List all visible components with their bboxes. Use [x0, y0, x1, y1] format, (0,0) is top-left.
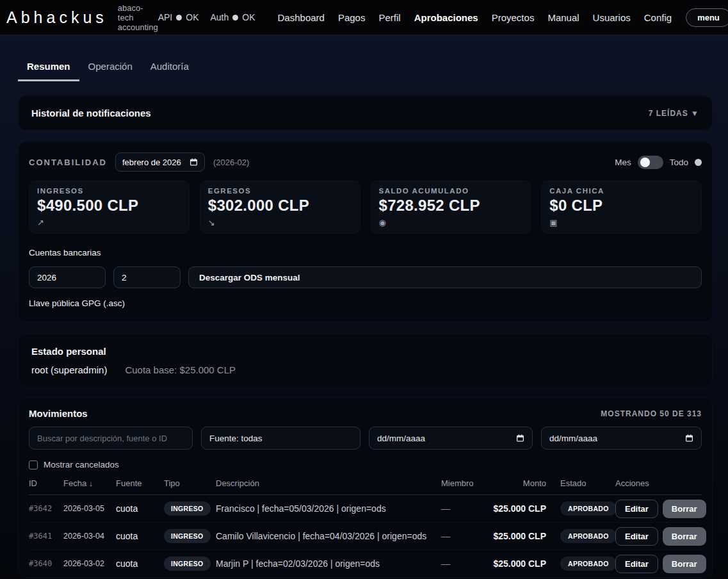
row-estado: APROBADO [546, 529, 615, 543]
tipo-badge: INGRESO [164, 502, 211, 516]
stat-value: $490.500 CLP [37, 197, 181, 215]
delete-button[interactable]: Borrar [663, 555, 706, 573]
show-cancelled-row: Mostrar cancelados [29, 460, 702, 469]
delete-button[interactable]: Borrar [663, 500, 706, 518]
row-estado: APROBADO [546, 502, 615, 516]
trend-up-icon: ↗ [37, 218, 181, 227]
auth-status-dot-icon [232, 15, 238, 20]
tab-resumen[interactable]: Resumen [18, 61, 79, 81]
accounting-toolbar: CONTABILIDAD febrero de 2026 (2026-02) M… [29, 152, 702, 172]
row-miembro: — [441, 559, 492, 569]
nav-perfil[interactable]: Perfil [378, 12, 400, 23]
stat-card-egresos: EGRESOS $302.000 CLP ↘ [200, 181, 360, 234]
estado-badge: APROBADO [560, 502, 617, 516]
table-row: #3640 2026-03-02 cuota INGRESO Marjin P … [29, 550, 702, 578]
row-fecha: 2026-03-05 [63, 504, 116, 513]
mes-todo-switch[interactable] [638, 156, 663, 169]
personal-status-row: root (superadmin) Cuota base: $25.000 CL… [31, 364, 699, 375]
app-header: Abhackus abaco-tech accounting API OK Au… [0, 0, 728, 35]
estado-badge: APROBADO [560, 557, 617, 571]
date-to-value: dd/mm/aaaa [549, 434, 597, 443]
date-to-input[interactable]: dd/mm/aaaa [541, 427, 702, 450]
movements-header: Movimientos MOSTRANDO 50 DE 313 [29, 408, 702, 419]
notifications-read-toggle[interactable]: 7 LEÍDAS ▼ [649, 109, 699, 118]
show-cancelled-checkbox[interactable] [29, 461, 38, 469]
nav-proyectos[interactable]: Proyectos [492, 12, 535, 23]
gpg-key-link[interactable]: Llave pública GPG (.asc) [29, 298, 125, 308]
stat-cards: INGRESOS $490.500 CLP ↗ EGRESOS $302.000… [29, 181, 702, 234]
todo-radio-dot[interactable] [695, 159, 702, 166]
showing-count: MOSTRANDO 50 DE 313 [601, 409, 702, 418]
calendar-icon [685, 434, 693, 443]
row-monto: $25.000 CLP [492, 503, 546, 514]
row-descripcion: Francisco | fecha=05/03/2026 | origen=od… [216, 503, 441, 514]
main-content: Resumen Operación Auditoría Historial de… [0, 61, 728, 578]
period-text: (2026-02) [213, 158, 249, 167]
personal-status-title: Estado personal [31, 346, 699, 357]
date-from-value: dd/mm/aaaa [377, 434, 425, 443]
nav-manual[interactable]: Manual [547, 12, 579, 23]
nav-usuarios[interactable]: Usuarios [593, 12, 631, 23]
tab-auditoria[interactable]: Auditoría [142, 61, 198, 81]
col-id: ID [29, 478, 63, 488]
row-actions: Editar Borrar [615, 555, 706, 573]
nav-config[interactable]: Config [644, 12, 672, 23]
api-status-label: API [158, 12, 173, 22]
app-subtitle: abaco-tech accounting [118, 3, 158, 32]
month-number-input[interactable] [113, 266, 181, 288]
row-id: #3642 [29, 504, 63, 513]
cuentas-bancarias-link[interactable]: Cuentas bancarias [29, 248, 101, 257]
year-input[interactable] [29, 266, 106, 288]
tipo-badge: INGRESO [164, 557, 211, 571]
month-picker-input[interactable]: febrero de 2026 [115, 152, 205, 172]
personal-status-panel: Estado personal root (superadmin) Cuota … [18, 334, 713, 387]
tab-bar: Resumen Operación Auditoría [18, 61, 713, 81]
toggle-mes-label: Mes [615, 158, 631, 167]
search-input[interactable] [29, 427, 193, 450]
row-id: #3640 [29, 559, 63, 568]
current-user: root (superadmin) [31, 364, 107, 375]
date-from-input[interactable]: dd/mm/aaaa [369, 427, 533, 450]
top-nav: Dashboard Pagos Perfil Aprobaciones Proy… [264, 12, 672, 23]
nav-aprobaciones[interactable]: Aprobaciones [414, 12, 478, 23]
download-ods-button[interactable]: Descargar ODS mensual [188, 266, 702, 288]
row-monto: $25.000 CLP [492, 531, 546, 541]
stat-value: $0 CLP [549, 197, 693, 215]
row-tipo: INGRESO [164, 502, 216, 516]
fuente-select[interactable]: Fuente: todas [201, 427, 360, 450]
delete-button[interactable]: Borrar [663, 527, 706, 546]
row-descripcion: Marjin P | fecha=02/03/2026 | origen=ods [216, 559, 441, 569]
row-estado: APROBADO [546, 557, 615, 571]
col-descripcion: Descripción [216, 478, 441, 488]
toggle-todo-label: Todo [670, 158, 688, 167]
movements-filters: Fuente: todas dd/mm/aaaa dd/mm/aaaa [29, 427, 702, 450]
api-status-dot-icon [176, 15, 182, 20]
estado-badge: APROBADO [560, 529, 617, 543]
edit-button[interactable]: Editar [615, 555, 658, 573]
tab-operacion[interactable]: Operación [79, 61, 142, 81]
table-row: #3641 2026-03-04 cuota INGRESO Camilo Vi… [29, 523, 702, 550]
row-actions: Editar Borrar [615, 500, 706, 518]
edit-button[interactable]: Editar [615, 527, 658, 546]
show-cancelled-label: Mostrar cancelados [44, 460, 119, 469]
menu-button[interactable]: menu [686, 8, 728, 27]
stat-card-ingresos: INGRESOS $490.500 CLP ↗ [29, 181, 190, 234]
movements-panel: Movimientos MOSTRANDO 50 DE 313 Fuente: … [18, 397, 713, 578]
calendar-icon [516, 434, 524, 443]
tipo-badge: INGRESO [164, 529, 211, 543]
notifications-title: Historial de notificaciones [31, 108, 151, 118]
stat-label: EGRESOS [208, 187, 352, 195]
notifications-panel: Historial de notificaciones 7 LEÍDAS ▼ [18, 95, 713, 131]
nav-dashboard[interactable]: Dashboard [278, 12, 325, 23]
row-fecha: 2026-03-04 [63, 532, 116, 541]
stat-label: SALDO ACUMULADO [379, 187, 523, 195]
month-picker-value: febrero de 2026 [122, 158, 181, 167]
col-tipo: Tipo [164, 478, 216, 488]
row-fuente: cuota [116, 559, 164, 569]
movements-title: Movimientos [29, 408, 88, 419]
nav-pagos[interactable]: Pagos [338, 12, 366, 23]
edit-button[interactable]: Editar [615, 500, 658, 518]
stat-card-caja: CAJA CHICA $0 CLP ▣ [541, 181, 702, 234]
row-actions: Editar Borrar [615, 527, 706, 546]
col-fecha[interactable]: Fecha ↓ [63, 478, 116, 488]
